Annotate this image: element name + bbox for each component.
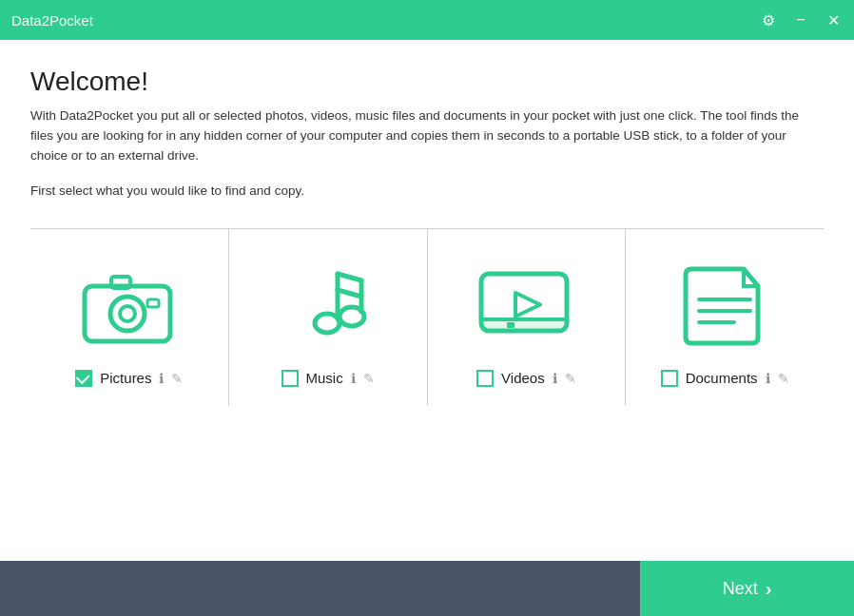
app-title: Data2Pocket (11, 12, 93, 29)
welcome-description: With Data2Pocket you put all or selected… (30, 106, 824, 166)
next-label: Next (723, 579, 758, 599)
svg-point-9 (315, 314, 340, 333)
videos-label-row: Videos ℹ ✎ (476, 370, 576, 387)
videos-edit-icon[interactable]: ✎ (565, 371, 576, 386)
documents-icon (668, 258, 782, 353)
music-edit-icon[interactable]: ✎ (363, 371, 375, 386)
gear-icon: ⚙ (762, 11, 775, 29)
close-icon: ✕ (827, 11, 840, 29)
svg-point-10 (340, 307, 364, 326)
videos-info-icon[interactable]: ℹ (553, 371, 557, 386)
category-documents[interactable]: Documents ℹ ✎ (626, 229, 824, 406)
music-icon (271, 258, 385, 353)
svg-line-6 (338, 274, 361, 280)
minimize-icon: − (796, 11, 805, 29)
close-button[interactable]: ✕ (824, 10, 843, 29)
videos-checkbox[interactable] (476, 370, 494, 387)
pictures-edit-icon[interactable]: ✎ (171, 371, 183, 386)
main-window: Data2Pocket ⚙ − ✕ Welcome! With Data2Poc… (0, 0, 854, 616)
category-videos[interactable]: Videos ℹ ✎ (428, 229, 627, 406)
svg-rect-4 (147, 299, 159, 307)
pictures-name: Pictures (100, 370, 151, 386)
titlebar: Data2Pocket ⚙ − ✕ (0, 0, 854, 40)
svg-marker-12 (515, 293, 540, 317)
categories-grid: Pictures ℹ ✎ (30, 228, 824, 406)
footer: Next › (0, 561, 854, 616)
next-button[interactable]: Next › (640, 561, 854, 616)
videos-name: Videos (501, 370, 545, 386)
minimize-button[interactable]: − (791, 10, 810, 29)
documents-name: Documents (686, 370, 758, 386)
category-music[interactable]: Music ℹ ✎ (229, 229, 428, 406)
music-info-icon[interactable]: ℹ (351, 371, 356, 386)
pictures-checkbox[interactable] (75, 370, 92, 387)
documents-label-row: Documents ℹ ✎ (661, 370, 789, 387)
music-label-row: Music ℹ ✎ (281, 370, 375, 387)
svg-point-2 (120, 306, 135, 321)
main-content: Welcome! With Data2Pocket you put all or… (0, 40, 854, 561)
category-pictures[interactable]: Pictures ℹ ✎ (30, 229, 229, 406)
documents-info-icon[interactable]: ℹ (766, 371, 770, 386)
svg-rect-3 (111, 277, 130, 288)
documents-edit-icon[interactable]: ✎ (778, 371, 789, 386)
music-name: Music (306, 370, 343, 386)
welcome-title: Welcome! (30, 67, 824, 97)
window-controls: ⚙ − ✕ (759, 10, 843, 29)
welcome-instruction: First select what you would like to find… (30, 183, 824, 198)
next-arrow-icon: › (766, 578, 772, 600)
music-checkbox[interactable] (281, 370, 299, 387)
pictures-label-row: Pictures ℹ ✎ (75, 370, 183, 387)
videos-icon (469, 258, 583, 353)
documents-checkbox[interactable] (661, 370, 678, 387)
footer-left-area (0, 561, 640, 616)
svg-line-7 (338, 290, 361, 297)
pictures-info-icon[interactable]: ℹ (159, 371, 164, 386)
svg-rect-15 (507, 322, 514, 328)
settings-button[interactable]: ⚙ (759, 10, 778, 29)
pictures-icon (72, 258, 186, 353)
svg-point-1 (110, 297, 145, 331)
